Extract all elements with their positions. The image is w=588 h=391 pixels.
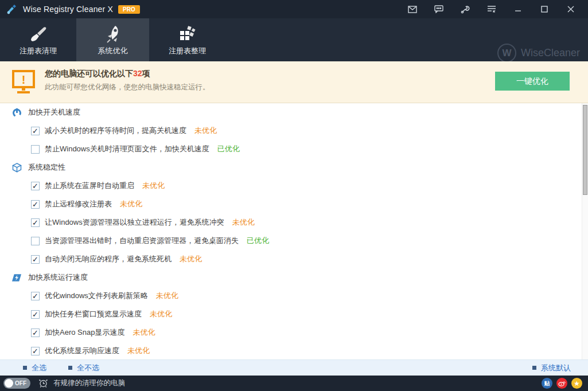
tuneup-item: 禁止Windows关机时清理页面文件，加快关机速度已优化 [0, 140, 588, 158]
item-checkbox[interactable] [31, 237, 40, 245]
item-label: 禁止远程修改注册表 [45, 199, 112, 209]
item-label: 让Windows资源管理器以独立进程运行，避免系统冲突 [45, 217, 224, 228]
speed-icon [11, 273, 22, 282]
qzone-icon[interactable]: ★ [571, 378, 582, 389]
banner-title: 您的电脑还可以优化以下32项 [45, 69, 150, 79]
item-label: 加快Aero Snap显示速度 [45, 327, 124, 338]
item-status: 未优化 [133, 327, 155, 338]
tab-label: 注册表清理 [20, 46, 57, 56]
tuneup-item: ✓加快任务栏窗口预览显示速度未优化 [0, 305, 588, 323]
close-button[interactable] [558, 0, 584, 18]
item-status: 未优化 [127, 346, 150, 356]
app-logo-icon [6, 3, 17, 15]
tieba-icon[interactable]: 贴 [542, 378, 552, 389]
tuneup-item: ✓自动关闭无响应的程序，避免系统死机未优化 [0, 250, 588, 268]
section-header: 加快系统运行速度 [0, 268, 588, 287]
item-checkbox[interactable] [31, 145, 40, 154]
tuneup-item: ✓让Windows资源管理器以独立进程运行，避免系统冲突未优化 [0, 213, 588, 232]
optimize-summary-banner: ! 您的电脑还可以优化以下32项 此功能可帮您优化网络，使您的电脑快速稳定运行。… [0, 61, 588, 103]
brush-icon [29, 23, 48, 45]
item-checkbox[interactable]: ✓ [31, 200, 40, 209]
item-checkbox[interactable]: ✓ [31, 292, 40, 300]
tuneup-item: ✓加快Aero Snap显示速度未优化 [0, 323, 588, 342]
section-title: 加快系统运行速度 [28, 272, 88, 283]
item-status: 已优化 [217, 144, 240, 154]
tab-system-tuneup[interactable]: 系统优化 [76, 18, 149, 61]
cube-icon [11, 163, 22, 173]
select-all-link[interactable]: 全选 [23, 363, 46, 373]
app-window: Wise Registry Cleaner X PRO [0, 0, 588, 391]
vertical-scrollbar[interactable] [582, 103, 588, 359]
bullet-icon [532, 366, 536, 370]
item-checkbox[interactable]: ✓ [31, 218, 40, 227]
section-title: 系统稳定性 [28, 162, 65, 173]
scrollbar-thumb[interactable] [583, 105, 587, 195]
tuneup-item: ✓禁止系统在蓝屏时自动重启未优化 [0, 177, 588, 195]
titlebar-buttons [399, 0, 584, 18]
tuneup-item: ✓禁止远程修改注册表未优化 [0, 195, 588, 213]
alarm-clock-icon [38, 378, 48, 388]
svg-text:!: ! [22, 73, 26, 86]
tuneup-item: ✓优化系统显示响应速度未优化 [0, 342, 588, 359]
select-none-link[interactable]: 全不选 [68, 363, 99, 373]
item-checkbox[interactable]: ✓ [31, 127, 40, 135]
tuneup-item: ✓减小关机时的程序等待时间，提高关机速度未优化 [0, 122, 588, 140]
item-label: 减小关机时的程序等待时间，提高关机速度 [45, 126, 186, 136]
bullet-icon [23, 366, 27, 370]
feedback-icon[interactable] [426, 0, 452, 18]
wisecleaner-logo-text: WiseCleaner [521, 47, 580, 59]
item-status: 未优化 [142, 181, 165, 191]
rocket-icon [103, 23, 123, 45]
item-status: 未优化 [156, 291, 178, 301]
title-bar: Wise Registry Cleaner X PRO [0, 0, 588, 18]
toggle-knob [5, 379, 13, 388]
item-status: 未优化 [232, 217, 255, 228]
status-bar: OFF 有规律的清理你的电脑 贴 ★ [0, 376, 588, 391]
section-title: 加快开关机速度 [28, 107, 80, 118]
monitor-warning-icon: ! [11, 69, 36, 95]
tuneup-item: ✓优化windows文件列表刷新策略未优化 [0, 287, 588, 305]
mail-icon[interactable] [399, 0, 426, 18]
wisecleaner-logo-icon: W [497, 44, 516, 62]
tuneup-item: 当资源管理器出错时，自动重启资源管理器，避免桌面消失已优化 [0, 232, 588, 250]
item-checkbox[interactable]: ✓ [31, 347, 40, 355]
banner-subtitle: 此功能可帮您优化网络，使您的电脑快速稳定运行。 [45, 83, 210, 92]
weibo-icon[interactable] [556, 378, 567, 389]
maximize-button[interactable] [531, 0, 558, 18]
item-status: 未优化 [180, 254, 202, 264]
minimize-button[interactable] [505, 0, 531, 18]
item-label: 优化windows文件列表刷新策略 [45, 291, 148, 301]
power-icon [11, 108, 22, 118]
section-header: 系统稳定性 [0, 158, 588, 177]
schedule-toggle[interactable]: OFF [3, 378, 30, 389]
bullet-icon [68, 366, 72, 370]
one-click-optimize-button[interactable]: 一键优化 [495, 72, 570, 91]
item-checkbox[interactable]: ✓ [31, 182, 40, 190]
item-label: 加快任务栏窗口预览显示速度 [45, 309, 142, 319]
item-checkbox[interactable]: ✓ [31, 329, 40, 337]
defrag-icon [178, 23, 197, 45]
item-checkbox[interactable]: ✓ [31, 255, 40, 264]
item-label: 当资源管理器出错时，自动重启资源管理器，避免桌面消失 [45, 236, 239, 246]
item-label: 禁止Windows关机时清理页面文件，加快关机速度 [45, 144, 209, 154]
tab-label: 系统优化 [98, 46, 128, 56]
tuneup-list: 加快开关机速度✓减小关机时的程序等待时间，提高关机速度未优化禁止Windows关… [0, 103, 588, 359]
item-status: 未优化 [194, 126, 217, 136]
schedule-message: 有规律的清理你的电脑 [53, 378, 125, 388]
optimizable-count: 32 [133, 69, 142, 78]
system-default-link[interactable]: 系统默认 [532, 363, 571, 373]
menu-icon[interactable] [478, 0, 505, 18]
tab-registry-cleaner[interactable]: 注册表清理 [2, 18, 75, 61]
item-checkbox[interactable]: ✓ [31, 310, 40, 319]
tab-registry-defrag[interactable]: 注册表整理 [151, 18, 224, 61]
section-header: 加快开关机速度 [0, 103, 588, 122]
social-links: 贴 ★ [542, 378, 582, 389]
item-status: 未优化 [150, 309, 172, 319]
item-label: 自动关闭无响应的程序，避免系统死机 [45, 254, 172, 264]
window-title: Wise Registry Cleaner X [23, 5, 113, 14]
tab-label: 注册表整理 [169, 46, 206, 56]
wrench-icon[interactable] [452, 0, 478, 18]
pro-badge: PRO [118, 5, 140, 14]
item-status: 已优化 [247, 236, 269, 246]
selection-action-bar: 全选 全不选 系统默认 [0, 359, 588, 376]
